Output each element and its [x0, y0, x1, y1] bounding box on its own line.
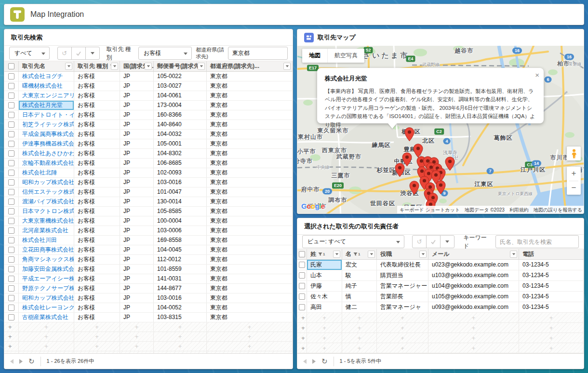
table-row[interactable]: 平成エーアイシー株式会社お客様JP141-0031東京都 [4, 274, 293, 284]
row-checkbox-cell[interactable] [4, 255, 19, 264]
table-row[interactable]: 京輪不動産株式会社お客様JP106-8685東京都 [4, 159, 293, 168]
row-checkbox-cell[interactable] [4, 197, 19, 206]
table-row[interactable]: 日本デトロイト・インスルメ...お客様JP160-8366東京都 [4, 110, 293, 120]
record-link[interactable]: 平成金属商事株式会社 [22, 131, 74, 137]
more-actions-button[interactable] [440, 235, 454, 248]
table-row[interactable]: 渡瀬パイプ株式会社お客様JP130-0014東京都 [4, 197, 293, 207]
zoom-out-button[interactable]: − [567, 181, 581, 195]
row-checkbox-cell[interactable] [297, 292, 307, 302]
add-row[interactable]: ++++++ [4, 322, 293, 332]
row-checkbox-cell[interactable] [297, 270, 307, 280]
record-link[interactable]: 京輪不動産株式会社 [22, 160, 74, 166]
zoom-in-button[interactable]: + [567, 167, 581, 181]
row-checkbox-cell[interactable] [4, 216, 19, 226]
table-row[interactable]: 山本駿購買担当u103@gekkodo.example.com03-1234-5 [297, 270, 584, 281]
map-marker-pin[interactable] [404, 127, 414, 144]
row-checkbox-cell[interactable] [4, 226, 19, 235]
row-checkbox-cell[interactable] [4, 149, 19, 158]
row-checkbox-cell[interactable] [4, 293, 19, 303]
row-checkbox-cell[interactable] [4, 207, 19, 216]
record-link[interactable]: 株式会社レーヨンクリカー [22, 304, 74, 311]
next-page-icon[interactable] [19, 359, 23, 364]
row-checkbox-cell[interactable] [4, 245, 19, 254]
table-row[interactable]: 株式会社ヨグチお客様JP105-0022東京都 [4, 72, 293, 81]
table-row[interactable]: 伊達事務機器株式会社お客様JP105-0001東京都 [4, 139, 293, 149]
table-row[interactable]: 氏家宏文代表取締役社長u023@gekkodo.example.com03-12… [297, 260, 584, 270]
record-link[interactable]: 立花田商事株式会社 [22, 246, 74, 253]
table-row[interactable]: 大東京エンジニアリング株式...お客様JP104-0061東京都 [4, 91, 293, 101]
table-row[interactable]: 大東京重機株式会社お客様JP100-0004東京都 [4, 216, 293, 226]
record-link[interactable]: 加藤安田金属株式会社 [22, 266, 74, 272]
row-checkbox-cell[interactable] [4, 284, 19, 293]
add-row[interactable]: ++++++ [4, 342, 293, 351]
add-row[interactable]: ++++++ [297, 343, 584, 353]
table-row[interactable]: 昭和カップ株式会社お客様JP103-0016東京都 [4, 178, 293, 187]
column-header[interactable]: 名1 [342, 249, 377, 259]
row-checkbox-cell[interactable] [297, 281, 307, 291]
row-checkbox-cell[interactable] [4, 159, 19, 168]
prefecture-input[interactable] [228, 47, 288, 60]
record-link[interactable]: 日本マクトロン株式会社 [22, 208, 74, 214]
row-checkbox-cell[interactable] [4, 187, 19, 197]
table-row[interactable]: 北河産業株式会社お客様JP103-0006東京都 [4, 226, 293, 236]
column-menu-button[interactable] [198, 63, 205, 70]
record-link[interactable]: 株式会社あさひかわ証券 [22, 150, 74, 157]
record-link[interactable]: 日本デトロイト・インスルメ... [22, 111, 74, 118]
record-link[interactable]: 株式会社ヨグチ [22, 73, 63, 80]
record-link[interactable]: 渡瀬パイプ株式会社 [22, 198, 74, 205]
table-row[interactable]: 信州エステック株式会社お客様JP101-0047東京都 [4, 187, 293, 197]
row-checkbox-cell[interactable] [4, 168, 19, 177]
record-link[interactable]: 昭和カップ株式会社 [22, 179, 74, 186]
column-menu-button[interactable] [283, 63, 291, 70]
table-row[interactable]: 立花田商事株式会社お客様JP104-0045東京都 [4, 245, 293, 255]
record-link[interactable]: 曙機材株式会社 [22, 82, 63, 89]
map-canvas[interactable]: さいたま市越谷市柏市葛飾区板橋区北区豊島区練馬区中野区杉並区新宿区渋谷区世田谷区… [297, 46, 584, 214]
column-menu-button[interactable] [419, 251, 427, 258]
add-row[interactable]: ++++++ [4, 332, 293, 342]
record-link[interactable]: 野原テクノサーブ株式会社 [22, 285, 74, 292]
table-row[interactable]: 株式会社北陣お客様JP102-0093東京都 [4, 168, 293, 178]
row-checkbox-cell[interactable] [4, 236, 19, 245]
column-header[interactable]: 姓1 [307, 249, 342, 259]
record-link[interactable]: 古樹産業株式会社 [22, 314, 68, 320]
table-row[interactable]: 株式会社あさひかわ証券お客様JP104-8302東京都 [4, 149, 293, 159]
column-header[interactable]: 都道府県(請求先)... [207, 61, 293, 71]
record-link[interactable]: 角商マシネックス株式会社 [22, 256, 74, 263]
column-header[interactable]: 郵便番号(請求先) [154, 61, 207, 71]
more-actions-button[interactable] [85, 47, 100, 60]
map-marker-pin[interactable] [409, 181, 419, 197]
column-header[interactable]: 取引先名 [19, 61, 74, 71]
record-link[interactable]: 大東京エンジニアリング株式... [22, 92, 74, 99]
street-view-pegman-control[interactable] [567, 147, 581, 160]
table-row[interactable]: 佐々木慎営業部長u105@gekkodo.example.com03-1234-… [297, 292, 584, 302]
record-link[interactable]: 昭和カップ株式会社 [22, 294, 74, 301]
select-all-checkbox-cell[interactable] [297, 249, 307, 259]
table-row[interactable]: 初芝ライテック株式会社お客様JP140-8640東京都 [4, 120, 293, 130]
record-link[interactable]: 初芝ライテック株式会社 [22, 121, 74, 128]
row-checkbox-cell[interactable] [4, 120, 19, 129]
record-link[interactable]: 大東京重機株式会社 [22, 217, 74, 224]
record-link[interactable]: 株式会社北陣 [22, 169, 57, 176]
keyboard-shortcuts-button[interactable]: キーボード ショートカット [397, 206, 462, 214]
table-row[interactable]: 昭和カップ株式会社お客様JP103-0016東京都 [4, 293, 293, 303]
contacts-view-select[interactable]: ビュー: すべて [302, 235, 404, 248]
record-link[interactable]: 株式会社川田 [22, 237, 57, 243]
prev-page-icon[interactable] [10, 359, 13, 364]
record-link[interactable]: 信州エステック株式会社 [22, 188, 74, 195]
close-icon[interactable]: × [535, 71, 539, 79]
satellite-view-button[interactable]: 航空写真 [327, 49, 364, 63]
prev-page-icon[interactable] [303, 359, 307, 364]
column-menu-button[interactable] [65, 63, 72, 70]
accounts-view-select[interactable]: すべて [9, 47, 50, 60]
table-row[interactable]: 日本マクトロン株式会社お客様JP105-8585東京都 [4, 207, 293, 216]
table-row[interactable]: 曙機材株式会社お客様JP103-0027東京都 [4, 81, 293, 91]
record-link[interactable]: 株式会社月光堂 [22, 102, 63, 108]
undo-button[interactable]: ↺ [412, 235, 427, 248]
table-row[interactable]: 角商マシネックス株式会社お客様JP112-0012東京都 [4, 255, 293, 265]
column-menu-button[interactable] [111, 63, 118, 70]
row-checkbox-cell[interactable] [4, 265, 19, 274]
row-checkbox-cell[interactable] [4, 72, 19, 81]
contact-search-input[interactable] [495, 235, 579, 248]
select-all-checkbox-cell[interactable] [4, 61, 19, 71]
table-row[interactable]: 加藤安田金属株式会社お客様JP101-8559東京都 [4, 265, 293, 274]
